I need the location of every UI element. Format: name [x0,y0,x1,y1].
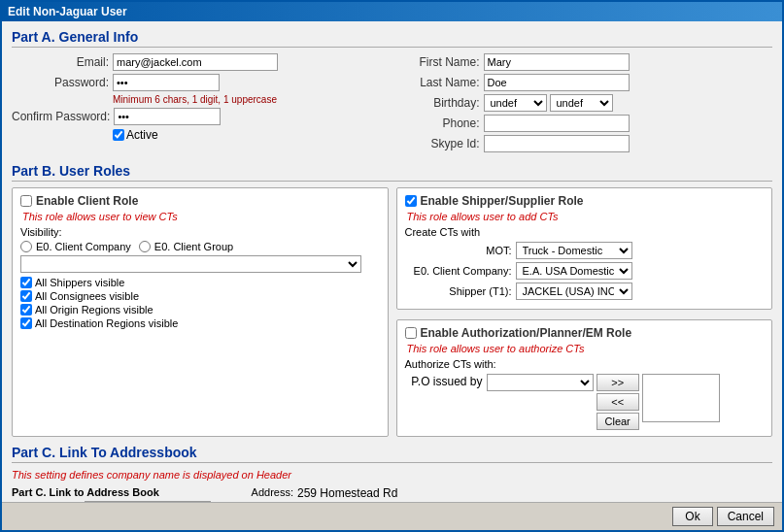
phone-label: Phone: [402,116,480,130]
confirm-password-input[interactable] [114,108,221,125]
part-a-section: Part A. General Info Email: Password: Mi… [12,29,772,155]
client-role-subtitle: This role allows user to view CTs [22,211,380,222]
all-origin-label: All Origin Regions visible [35,304,153,316]
skype-input[interactable] [484,135,630,152]
active-label: Active [126,128,158,142]
part-b-section: Part B. User Roles Enable Client Role Th… [12,163,772,437]
po-listbox [642,374,720,422]
email-row: Email: [12,53,383,71]
client-dropdown-row [20,255,380,273]
first-name-row: First Name: [402,53,773,71]
active-row: Active [113,128,383,142]
shipper-role-subtitle: This role allows user to add CTs [407,211,765,222]
right-roles: Enable Shipper/Supplier Role This role a… [396,187,773,437]
all-origin-checkbox[interactable] [20,304,32,316]
confirm-password-label: Confirm Password: [12,110,110,123]
po-controls: >> << Clear [487,374,720,430]
e0-row: E0. Client Company: E.A. USA Domestic [405,262,765,280]
phone-row: Phone: [402,115,773,132]
birthday-row: Birthday: undef undef [402,94,773,112]
email-input[interactable] [113,53,278,71]
part-a-right: First Name: Last Name: Birthday: undef [402,53,773,155]
po-row: P.O issued by >> << Clear [405,374,765,430]
arrow-buttons: >> << Clear [597,374,639,430]
active-checkbox[interactable] [113,129,124,141]
client-dropdown[interactable] [20,255,361,273]
visibility-label: Visibility: [20,226,380,238]
all-destination-row: All Destination Regions visible [20,317,380,329]
auth-role-box: Enable Authorization/Planner/EM Role Thi… [396,319,773,437]
email-label: Email: [12,55,109,69]
part-c-title: Part C. Link To Addressbook [12,445,772,463]
client-company-radio[interactable] [20,241,32,252]
birthday-select1[interactable]: undef [484,94,547,112]
move-right-button[interactable]: >> [597,374,639,391]
part-c-section: Part C. Link To Addressbook This setting… [12,445,772,502]
client-group-radio[interactable] [139,241,151,252]
phone-input[interactable] [484,115,630,132]
first-name-label: First Name: [402,55,480,69]
mot-select[interactable]: Truck - Domestic [516,242,632,259]
all-consignees-label: All Consignees visible [35,290,139,302]
client-company-radio-label: E0. Client Company [36,241,131,252]
po-select[interactable] [487,374,594,391]
birthday-label: Birthday: [402,96,480,110]
last-name-row: Last Name: [402,74,773,91]
shipper-role-checkbox[interactable] [405,195,417,207]
address-value: 259 Homestead Rd Hillsborough, NJ 08844 [297,486,419,502]
address-row: Address: 259 Homestead Rd Hillsborough, … [225,486,772,502]
birthday-select2[interactable]: undef [550,94,613,112]
all-origin-row: All Origin Regions visible [20,304,380,316]
all-destination-checkbox[interactable] [20,317,32,329]
address-line1: 259 Homestead Rd [297,486,419,500]
client-role-checkbox[interactable] [20,195,32,207]
all-consignees-checkbox[interactable] [20,290,32,302]
all-shippers-checkbox[interactable] [20,277,32,288]
address-label: Address: [225,486,293,498]
shipper-select[interactable]: JACKEL (USA) INC [516,283,632,300]
main-window: Edit Non-Jaguar User Part A. General Inf… [0,0,784,532]
all-shippers-label: All Shippers visible [35,277,124,288]
all-consignees-row: All Consignees visible [20,290,380,302]
e0-select[interactable]: E.A. USA Domestic [516,262,632,280]
last-name-input[interactable] [484,74,630,91]
move-left-button[interactable]: << [597,393,639,411]
skype-label: Skype Id: [402,137,480,150]
po-label: P.O issued by [405,374,483,388]
auth-role-title-row: Enable Authorization/Planner/EM Role [405,326,765,340]
shipper-role-title: Enable Shipper/Supplier Role [421,194,584,208]
ok-button[interactable]: Ok [672,507,712,526]
skype-row: Skype Id: [402,135,773,152]
cancel-button[interactable]: Cancel [717,507,774,526]
last-name-label: Last Name: [402,76,480,89]
authorize-label: Authorize CTs with: [405,358,765,370]
shipper-role-box: Enable Shipper/Supplier Role This role a… [396,187,773,310]
password-row: Password: [12,74,383,91]
part-c-inner-title: Part C. Link to Address Book [12,486,206,498]
shipper-row: Shipper (T1): JACKEL (USA) INC [405,283,765,300]
e0-label: E0. Client Company: [405,265,512,277]
shipper-role-title-row: Enable Shipper/Supplier Role [405,194,765,208]
password-input[interactable] [113,74,220,91]
password-hint: Minimum 6 chars, 1 digit, 1 uppercase [113,94,383,105]
first-name-input[interactable] [484,53,630,71]
shipper-t1-label: Shipper (T1): [405,285,512,297]
client-role-title: Enable Client Role [36,194,138,208]
create-cts-label: Create CTs with [405,226,765,238]
content-area: Part A. General Info Email: Password: Mi… [2,21,782,502]
all-destination-label: All Destination Regions visible [35,317,178,329]
part-c-right: Address: 259 Homestead Rd Hillsborough, … [225,486,772,502]
auth-role-title: Enable Authorization/Planner/EM Role [421,326,632,340]
part-c-left: Part C. Link to Address Book Undefined ▼… [12,486,206,502]
clear-button[interactable]: Clear [597,413,639,430]
mot-row: MOT: Truck - Domestic [405,242,765,259]
mot-label: MOT: [405,245,512,256]
title-bar: Edit Non-Jaguar User [2,2,782,21]
password-label: Password: [12,76,109,89]
confirm-password-row: Confirm Password: [12,108,383,125]
client-group-radio-label: E0. Client Group [154,241,233,252]
window-title: Edit Non-Jaguar User [8,5,127,18]
part-a-grid: Email: Password: Minimum 6 chars, 1 digi… [12,53,772,155]
auth-role-checkbox[interactable] [405,327,417,339]
client-role-title-row: Enable Client Role [20,194,380,208]
